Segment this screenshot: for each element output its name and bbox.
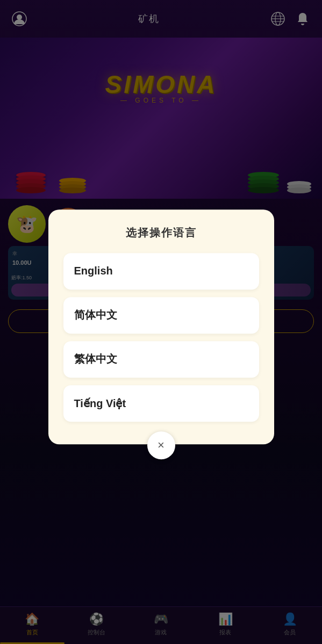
language-option-simplified-chinese[interactable]: 简体中文	[63, 297, 259, 334]
language-modal: 选择操作语言 English 简体中文 繁体中文 Tiếng Việt ×	[48, 209, 274, 444]
language-option-english[interactable]: English	[63, 253, 259, 290]
modal-title: 选择操作语言	[63, 226, 259, 240]
language-option-traditional-chinese[interactable]: 繁体中文	[63, 341, 259, 378]
modal-close-button[interactable]: ×	[147, 431, 175, 459]
language-option-vietnamese[interactable]: Tiếng Việt	[63, 385, 259, 422]
close-icon: ×	[158, 438, 164, 452]
